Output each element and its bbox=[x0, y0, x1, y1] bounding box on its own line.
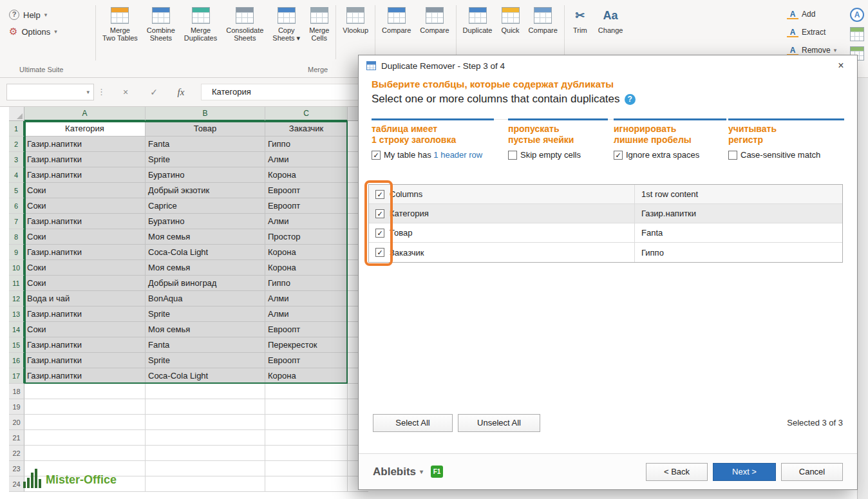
cell-B4[interactable]: Буратино bbox=[146, 167, 265, 183]
checkbox-icon[interactable]: ✓ bbox=[375, 229, 384, 238]
dialog-title-bar[interactable]: Duplicate Remover - Step 3 of 4 × bbox=[359, 55, 857, 76]
cancel-entry-icon[interactable]: × bbox=[115, 84, 137, 100]
cell-B23[interactable] bbox=[146, 461, 265, 476]
cell-C13[interactable]: Алми bbox=[265, 306, 348, 322]
cell-B9[interactable]: Coca-Cola Light bbox=[146, 245, 265, 260]
cell-A18[interactable] bbox=[24, 384, 146, 399]
checkbox-icon[interactable]: ✓ bbox=[728, 151, 737, 160]
cell-B8[interactable]: Моя семья bbox=[146, 229, 265, 245]
cell-A17[interactable]: Газир.напитки bbox=[24, 368, 146, 384]
options-menu[interactable]: ⚙ Options ▾ bbox=[9, 23, 86, 40]
cell-B6[interactable]: Caprice bbox=[146, 198, 265, 214]
cell-B20[interactable] bbox=[146, 415, 265, 430]
row-header-3[interactable]: 3 bbox=[9, 152, 24, 167]
cell-C11[interactable]: Гиппо bbox=[265, 276, 348, 291]
row-header-11[interactable]: 11 bbox=[9, 276, 24, 291]
sheet-tool-icon[interactable] bbox=[850, 27, 864, 41]
cell-C10[interactable]: Корона bbox=[265, 260, 348, 276]
column-row-товар[interactable]: ✓ТоварFanta bbox=[369, 223, 842, 243]
ablebits-menu[interactable]: Ablebits ▾ F1 bbox=[373, 466, 443, 478]
cell-C20[interactable] bbox=[265, 415, 348, 430]
row-header-23[interactable]: 23 bbox=[9, 461, 24, 476]
help-menu[interactable]: ? Help ▾ bbox=[9, 6, 86, 23]
case-sensitive-checkbox[interactable]: ✓ Case-sensitive match bbox=[728, 150, 844, 160]
column-row-категория[interactable]: ✓КатегорияГазир.напитки bbox=[369, 204, 842, 223]
cell-A6[interactable]: Соки bbox=[24, 198, 146, 214]
checkbox-icon[interactable]: ✓ bbox=[375, 209, 384, 218]
row-header-2[interactable]: 2 bbox=[9, 137, 24, 152]
unselect-all-button[interactable]: Unselect All bbox=[458, 414, 540, 432]
close-icon[interactable]: × bbox=[833, 60, 849, 71]
cell-B15[interactable]: Fanta bbox=[146, 337, 265, 353]
ribbon-button-copy-sheets[interactable]: CopySheets ▾ bbox=[268, 3, 305, 62]
cell-C5[interactable]: Евроопт bbox=[265, 183, 348, 198]
cell-B18[interactable] bbox=[146, 384, 265, 399]
extract-button[interactable]: AExtract bbox=[787, 23, 854, 41]
columns-table-header[interactable]: ✓ Columns 1st row content bbox=[369, 185, 842, 204]
cell-A2[interactable]: Газир.напитки bbox=[24, 137, 146, 152]
insert-function-icon[interactable]: fx bbox=[170, 84, 192, 100]
cell-A20[interactable] bbox=[24, 415, 146, 430]
select-all-corner[interactable] bbox=[9, 107, 24, 121]
row-header-6[interactable]: 6 bbox=[9, 198, 24, 214]
help-circle-icon[interactable]: ? bbox=[625, 94, 636, 105]
row-header-20[interactable]: 20 bbox=[9, 415, 24, 430]
cell-B2[interactable]: Fanta bbox=[146, 137, 265, 152]
add-button[interactable]: AAdd bbox=[787, 5, 854, 23]
f1-help-badge[interactable]: F1 bbox=[431, 466, 443, 478]
cell-B24[interactable] bbox=[146, 476, 265, 492]
ribbon-button-change[interactable]: AaChange bbox=[594, 3, 628, 62]
cell-B3[interactable]: Sprite bbox=[146, 152, 265, 167]
cell-A5[interactable]: Соки bbox=[24, 183, 146, 198]
checkbox-icon[interactable]: ✓ bbox=[508, 151, 517, 160]
cell-A8[interactable]: Соки bbox=[24, 229, 146, 245]
cell-B10[interactable]: Моя семья bbox=[146, 260, 265, 276]
cell-C23[interactable] bbox=[265, 461, 348, 476]
ribbon-button-compare[interactable]: Compare bbox=[524, 3, 562, 62]
ribbon-button-merge-two-tables[interactable]: MergeTwo Tables bbox=[98, 3, 142, 62]
cell-A14[interactable]: Соки bbox=[24, 322, 146, 337]
cell-C22[interactable] bbox=[265, 446, 348, 461]
cell-C24[interactable] bbox=[265, 476, 348, 492]
cancel-button[interactable]: Cancel bbox=[781, 463, 843, 481]
row-header-1[interactable]: 1 bbox=[9, 121, 24, 137]
row-header-9[interactable]: 9 bbox=[9, 245, 24, 260]
row-header-16[interactable]: 16 bbox=[9, 353, 24, 368]
circled-a-icon[interactable]: A bbox=[850, 8, 864, 22]
cell-A10[interactable]: Соки bbox=[24, 260, 146, 276]
cell-C16[interactable]: Евроопт bbox=[265, 353, 348, 368]
enter-entry-icon[interactable]: ✓ bbox=[143, 84, 165, 100]
checkbox-icon[interactable]: ✓ bbox=[375, 248, 384, 257]
cell-C19[interactable] bbox=[265, 399, 348, 415]
cell-A13[interactable]: Газир.напитки bbox=[24, 306, 146, 322]
row-header-22[interactable]: 22 bbox=[9, 446, 24, 461]
ribbon-button-consolidate-sheets[interactable]: ConsolidateSheets bbox=[222, 3, 268, 62]
row-header-4[interactable]: 4 bbox=[9, 167, 24, 183]
column-header-b[interactable]: B bbox=[146, 107, 265, 121]
next-button[interactable]: Next > bbox=[713, 463, 776, 481]
cell-A9[interactable]: Газир.напитки bbox=[24, 245, 146, 260]
column-row-заказчик[interactable]: ✓ЗаказчикГиппо bbox=[369, 243, 842, 262]
checkbox-icon[interactable]: ✓ bbox=[614, 151, 623, 160]
cell-A3[interactable]: Газир.напитки bbox=[24, 152, 146, 167]
back-button[interactable]: < Back bbox=[646, 463, 708, 481]
cell-A16[interactable]: Газир.напитки bbox=[24, 353, 146, 368]
row-header-19[interactable]: 19 bbox=[9, 399, 24, 415]
column-header-a[interactable]: A bbox=[24, 107, 146, 121]
cell-B5[interactable]: Добрый экзотик bbox=[146, 183, 265, 198]
ribbon-button-combine-sheets[interactable]: CombineSheets bbox=[142, 3, 180, 62]
cell-C12[interactable]: Алми bbox=[265, 291, 348, 306]
cell-C15[interactable]: Перекресток bbox=[265, 337, 348, 353]
name-box[interactable]: ▾ bbox=[6, 84, 94, 100]
checkbox-icon[interactable]: ✓ bbox=[372, 151, 381, 160]
cell-C7[interactable]: Алми bbox=[265, 214, 348, 229]
cell-B21[interactable] bbox=[146, 430, 265, 446]
column-header-c[interactable]: C bbox=[265, 107, 348, 121]
cell-B7[interactable]: Буратино bbox=[146, 214, 265, 229]
cell-C21[interactable] bbox=[265, 430, 348, 446]
ribbon-button-compare[interactable]: Compare bbox=[377, 3, 415, 62]
row-header-7[interactable]: 7 bbox=[9, 214, 24, 229]
cell-A7[interactable]: Газир.напитки bbox=[24, 214, 146, 229]
row-header-10[interactable]: 10 bbox=[9, 260, 24, 276]
cell-C1[interactable]: Заказчик bbox=[265, 121, 348, 137]
